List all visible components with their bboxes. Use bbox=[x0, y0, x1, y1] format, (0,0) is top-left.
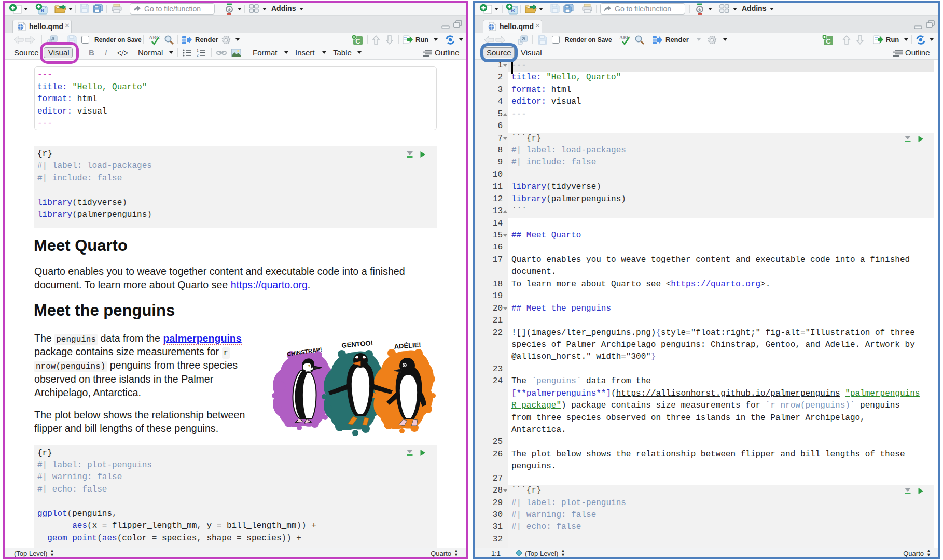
svg-text:C: C bbox=[355, 37, 360, 45]
svg-text:GENTOO!: GENTOO! bbox=[341, 339, 373, 349]
svg-text:ADÉLIE!: ADÉLIE! bbox=[394, 341, 421, 351]
svg-text:C: C bbox=[826, 37, 831, 45]
svg-text:2: 2 bbox=[197, 53, 199, 57]
svg-text:1: 1 bbox=[197, 49, 199, 52]
